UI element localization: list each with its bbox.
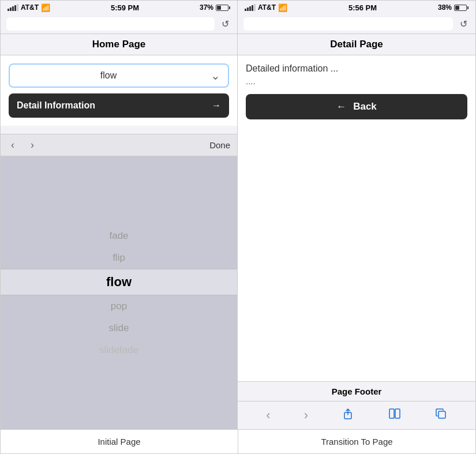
- picker-item-fade[interactable]: fade: [1, 225, 237, 247]
- right-wifi-icon: 📶: [278, 3, 287, 12]
- left-carrier: AT&T 📶: [8, 3, 50, 12]
- browser-back-button[interactable]: ‹: [261, 407, 275, 424]
- detail-content: Detailed information ... .... ← Back: [238, 55, 475, 227]
- bookmarks-button[interactable]: [384, 406, 406, 425]
- back-btn-label: Back: [353, 101, 377, 112]
- bottom-right-label: Transition To Page: [238, 430, 475, 453]
- picker-item-flip[interactable]: flip: [1, 247, 237, 269]
- right-page-title: Detail Page: [238, 34, 475, 55]
- copy-button[interactable]: [430, 406, 452, 425]
- picker-item-slide[interactable]: slide: [1, 317, 237, 339]
- left-panel: AT&T 📶 5:59 PM 37% 192.168.1.72 ↺ Home P…: [1, 1, 238, 429]
- left-page-title: Home Page: [1, 34, 237, 55]
- svg-rect-3: [438, 411, 445, 418]
- picker-item-pop[interactable]: pop: [1, 295, 237, 317]
- chevron-down-icon: ⌄: [207, 69, 228, 82]
- bottom-left-label: Initial Page: [1, 430, 238, 453]
- picker-forward-button[interactable]: ›: [27, 138, 38, 152]
- right-battery-percent: 38%: [438, 3, 452, 12]
- right-address-bar: 192.168.1.72 ↺: [238, 14, 475, 34]
- right-address-input[interactable]: 192.168.1.72: [243, 17, 453, 31]
- detail-dots: ....: [246, 76, 467, 86]
- left-refresh-button[interactable]: ↺: [219, 18, 231, 29]
- left-address-bar: 192.168.1.72 ↺: [1, 14, 237, 34]
- right-refresh-button[interactable]: ↺: [458, 18, 470, 29]
- browser-forward-button[interactable]: ›: [299, 407, 313, 424]
- picker-container: fade flip flow pop slide slidefade: [1, 156, 237, 429]
- detail-info-text: Detailed information ...: [246, 63, 467, 74]
- svg-rect-1: [389, 409, 394, 418]
- picker-nav: ‹ ›: [8, 138, 38, 152]
- picker-done-button[interactable]: Done: [209, 140, 230, 150]
- select-value: flow: [10, 65, 207, 87]
- home-content: flow ⌄ Detail Information →: [1, 55, 237, 126]
- wifi-icon: 📶: [41, 3, 50, 12]
- back-arrow-icon: ←: [336, 101, 346, 112]
- right-status-bar: AT&T 📶 5:56 PM 38%: [238, 1, 475, 14]
- left-address-input[interactable]: 192.168.1.72: [6, 17, 215, 31]
- right-signal-icon: [245, 4, 256, 11]
- picker-item-slidefade[interactable]: slidefade: [1, 339, 237, 361]
- picker-toolbar: ‹ › Done: [1, 134, 237, 156]
- select-wrapper[interactable]: flow ⌄: [9, 63, 229, 88]
- right-battery-icon: [454, 5, 468, 11]
- detail-information-button[interactable]: Detail Information →: [9, 93, 229, 118]
- signal-icon: [8, 4, 18, 11]
- page-footer: Page Footer: [238, 381, 475, 401]
- right-carrier: AT&T 📶: [245, 3, 287, 12]
- right-battery: 38%: [438, 3, 468, 12]
- battery-icon: [216, 5, 230, 11]
- picker-back-button[interactable]: ‹: [8, 138, 18, 152]
- battery-percent: 37%: [200, 3, 213, 12]
- left-time: 5:59 PM: [111, 3, 139, 12]
- detail-btn-arrow-icon: →: [212, 100, 221, 111]
- right-carrier-label: AT&T: [258, 3, 276, 12]
- bottom-labels: Initial Page Transition To Page: [1, 429, 475, 453]
- detail-btn-label: Detail Information: [17, 100, 95, 111]
- right-spacer: [238, 227, 475, 382]
- picker-wheel: fade flip flow pop slide slidefade: [1, 225, 237, 361]
- back-button[interactable]: ← Back: [246, 94, 467, 119]
- left-battery: 37%: [200, 3, 230, 12]
- svg-rect-2: [395, 409, 400, 418]
- carrier-label: AT&T: [21, 3, 39, 12]
- browser-toolbar: ‹ ›: [238, 401, 475, 429]
- left-status-bar: AT&T 📶 5:59 PM 37%: [1, 1, 237, 14]
- picker-item-flow[interactable]: flow: [1, 269, 237, 295]
- share-button[interactable]: [337, 406, 359, 425]
- right-panel: AT&T 📶 5:56 PM 38% 192.168.1.72 ↺ Detail…: [238, 1, 475, 429]
- right-time: 5:56 PM: [348, 3, 377, 12]
